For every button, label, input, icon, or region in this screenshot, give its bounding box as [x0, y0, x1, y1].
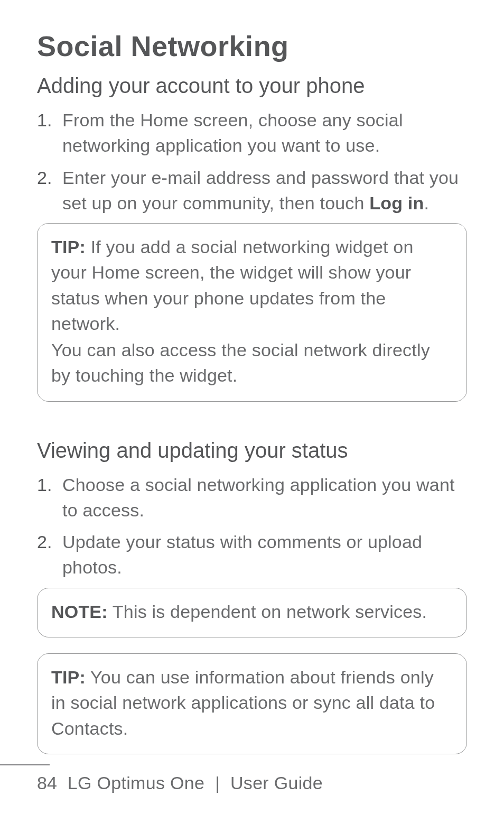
tip-label: TIP:: [51, 667, 86, 687]
tip-callout-contacts: TIP: You can use information about frien…: [37, 653, 467, 754]
step-text: Update your status with comments or uplo…: [62, 532, 422, 577]
footer-rule: [0, 764, 50, 765]
list-item: 2. Enter your e-mail address and passwor…: [37, 165, 467, 216]
document-page: Social Networking Adding your account to…: [0, 0, 504, 823]
list-item: 1. Choose a social networking applicatio…: [37, 472, 467, 523]
footer-doc-sub: User Guide: [230, 773, 323, 793]
page-footer: 84 LG Optimus One | User Guide: [0, 764, 504, 793]
page-number: 84: [37, 773, 57, 793]
tip-text: If you add a social networking widget on…: [51, 237, 414, 334]
section-heading-viewing-status: Viewing and updating your status: [37, 439, 467, 463]
footer-doc-title: LG Optimus One: [68, 773, 204, 793]
list-item: 2. Update your status with comments or u…: [37, 529, 467, 580]
step-text-suffix: .: [424, 193, 429, 213]
note-callout-network: NOTE: This is dependent on network servi…: [37, 588, 467, 637]
tip-text: You can use information about friends on…: [51, 667, 435, 738]
step-number: 1.: [37, 472, 52, 497]
tip-label: TIP:: [51, 237, 86, 257]
section-heading-adding-account: Adding your account to your phone: [37, 74, 467, 98]
note-text: This is dependent on network services.: [108, 602, 427, 622]
step-bold-login: Log in: [369, 193, 424, 213]
note-label: NOTE:: [51, 602, 108, 622]
tip-text-line2: You can also access the social network d…: [51, 337, 453, 389]
step-number: 2.: [37, 529, 52, 554]
section-gap: [37, 418, 467, 439]
steps-list-viewing-status: 1. Choose a social networking applicatio…: [37, 472, 467, 580]
footer-line: 84 LG Optimus One | User Guide: [0, 773, 504, 793]
steps-list-adding-account: 1. From the Home screen, choose any soci…: [37, 107, 467, 216]
step-number: 1.: [37, 107, 52, 133]
step-text: Choose a social networking application y…: [62, 475, 455, 520]
step-number: 2.: [37, 165, 52, 190]
footer-separator: |: [215, 773, 220, 793]
step-text: From the Home screen, choose any social …: [62, 110, 403, 155]
tip-callout-widget: TIP: If you add a social networking widg…: [37, 223, 467, 402]
list-item: 1. From the Home screen, choose any soci…: [37, 107, 467, 159]
chapter-heading: Social Networking: [37, 30, 467, 62]
